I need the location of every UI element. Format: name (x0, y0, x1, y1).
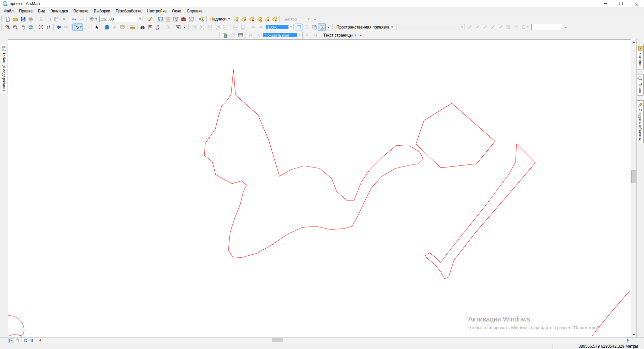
pan-button[interactable] (19, 23, 27, 31)
data-view-button[interactable] (8, 338, 14, 343)
maximize-button[interactable] (613, 0, 629, 7)
toolbar-overflow-button[interactable] (326, 24, 330, 31)
undo-button[interactable] (70, 15, 78, 23)
close-button[interactable] (629, 0, 644, 7)
menu-файл[interactable]: Файл (1, 8, 16, 14)
menu-геообработка[interactable]: Геообработка (113, 8, 144, 14)
menu-выборка[interactable]: Выборка (91, 8, 113, 14)
georef-layer-combo[interactable] (396, 24, 465, 30)
fixed-zoom-in-button[interactable] (37, 23, 45, 31)
map-canvas[interactable]: Активация Windows Чтобы активировать Win… (8, 39, 631, 337)
chevron-down-icon[interactable] (306, 16, 311, 22)
vertical-scroll-thumb[interactable] (631, 170, 636, 183)
pause-labeling-button[interactable] (263, 15, 271, 23)
html-popup-button[interactable] (118, 23, 126, 31)
toolbar-grip[interactable] (332, 24, 333, 30)
current-page-combo[interactable]: Показать имя (263, 32, 303, 38)
scroll-up-button[interactable] (631, 39, 636, 45)
chevron-down-icon[interactable] (460, 24, 465, 30)
toolbar-grip[interactable] (188, 24, 189, 30)
label-manager-button[interactable] (232, 15, 240, 23)
select-features-button[interactable] (72, 23, 83, 31)
toolbar-separator (196, 16, 196, 22)
toc-tab-icon (1, 46, 7, 51)
chevron-down-icon[interactable] (297, 32, 302, 38)
horizontal-scroll-thumb[interactable] (272, 338, 283, 342)
find-button[interactable] (139, 23, 146, 31)
save-button[interactable] (19, 15, 27, 23)
table-of-contents-button[interactable] (156, 15, 164, 23)
scroll-right-button[interactable] (625, 338, 631, 343)
go-to-xy-button[interactable]: XY (154, 23, 162, 31)
menu-вид[interactable]: Вид (35, 8, 48, 14)
editor-toolbar-button[interactable] (146, 15, 154, 23)
vertical-scrollbar[interactable] (631, 39, 636, 337)
change-layout-button[interactable] (310, 23, 318, 31)
menu-вставка[interactable]: Вставка (71, 8, 91, 14)
lock-labels-button[interactable] (255, 15, 263, 23)
labeling-menu[interactable]: Надписи (208, 16, 232, 22)
viewer-window-button[interactable] (174, 23, 182, 31)
scroll-down-button[interactable] (631, 332, 636, 337)
toolbar-overflow-button[interactable] (564, 24, 568, 31)
rotation-angle-input[interactable] (531, 24, 562, 30)
measure-button[interactable] (128, 23, 136, 31)
new-document-button[interactable] (4, 15, 11, 23)
polygon-clipped-bottom-left (8, 315, 24, 338)
toolbar-overflow-button[interactable] (182, 24, 186, 31)
menu-окна[interactable]: Окна (169, 8, 184, 14)
open-button[interactable] (11, 15, 19, 23)
select-elements-button[interactable] (93, 23, 101, 31)
tab-create-features[interactable]: Создать объекты (637, 100, 644, 143)
page-text-menu[interactable]: Текст страницы (321, 32, 358, 38)
refresh-view-button[interactable] (22, 338, 29, 343)
identify-button[interactable] (103, 23, 111, 31)
fixed-zoom-out-button[interactable] (45, 23, 52, 31)
add-control-points-button (466, 23, 474, 31)
layout-view-button[interactable] (14, 338, 20, 343)
tab-search[interactable]: Поиск (637, 74, 644, 96)
toolbar-overflow-button[interactable] (313, 16, 317, 22)
georeferencing-menu[interactable]: Пространственная привязка (334, 24, 395, 30)
menu-настройка[interactable]: Настройка (144, 8, 169, 14)
python-window-button[interactable] (187, 15, 195, 23)
find-route-button[interactable] (146, 23, 154, 31)
print-button[interactable] (27, 15, 35, 23)
toolbar-grip[interactable] (219, 33, 220, 38)
label-engine-combo[interactable]: Быстро (282, 16, 311, 22)
tab-table-of-contents[interactable]: Таблица содержания (1, 44, 7, 94)
full-extent-button[interactable] (27, 23, 35, 31)
minimize-button[interactable] (598, 0, 613, 7)
zoom-percent-combo[interactable]: 100% (266, 24, 294, 30)
toolbar-grip[interactable] (1, 24, 2, 30)
add-data-button[interactable] (88, 15, 98, 23)
scroll-left-button[interactable] (37, 338, 43, 343)
stop-labeling-button[interactable] (271, 15, 278, 23)
page-setup-button[interactable] (221, 32, 229, 39)
tab-catalog[interactable]: Каталог (637, 44, 644, 69)
fit-all-icon (240, 24, 246, 30)
toolbar-grip[interactable] (206, 16, 207, 22)
catalog-window-button[interactable] (164, 15, 172, 23)
go-back-extent-button[interactable] (55, 23, 62, 31)
map-scale-combo[interactable]: 1:2 500 (99, 16, 143, 22)
modelbuilder-button[interactable] (197, 15, 205, 23)
menu-правка[interactable]: Правка (16, 8, 36, 14)
toolbar-grip[interactable] (1, 16, 2, 22)
label-priority-button[interactable] (240, 15, 248, 23)
focus-data-frame-button[interactable] (295, 23, 303, 31)
menu-справка[interactable]: Справка (184, 8, 205, 14)
zoom-out-button[interactable] (11, 23, 19, 31)
chevron-down-icon[interactable] (288, 24, 293, 30)
page-attribute-table-button[interactable] (236, 32, 244, 39)
chevron-down-icon[interactable] (138, 16, 143, 22)
toggle-draft-mode-button[interactable] (318, 23, 326, 31)
pause-drawing-button[interactable] (29, 338, 35, 343)
menu-закладка[interactable]: Закладка (48, 8, 71, 14)
label-weight-button[interactable] (248, 15, 255, 23)
arctoolbox-button[interactable] (179, 15, 187, 23)
toolbar-overflow-button[interactable] (359, 32, 363, 39)
horizontal-scrollbar[interactable] (8, 338, 631, 343)
search-window-button[interactable] (172, 15, 179, 23)
zoom-in-button[interactable] (4, 23, 11, 31)
